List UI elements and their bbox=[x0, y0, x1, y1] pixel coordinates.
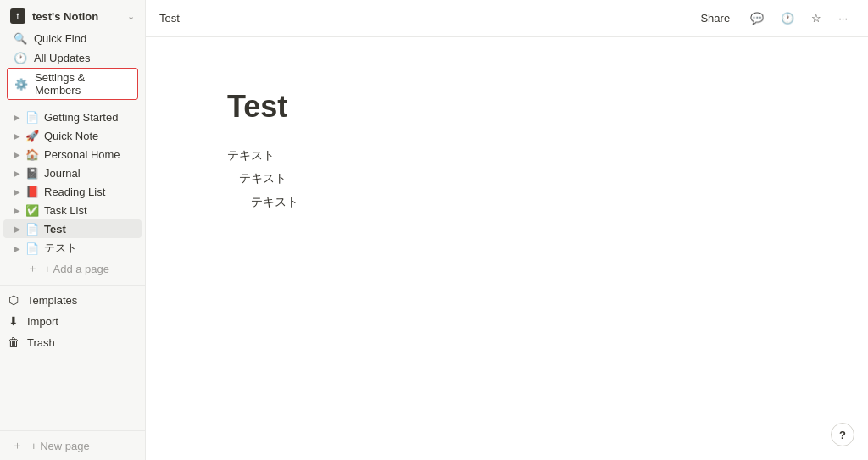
nav-item-label: Getting Started bbox=[44, 111, 135, 124]
clock-icon: 🕐 bbox=[14, 51, 27, 64]
page-icon: 📄 bbox=[25, 223, 39, 236]
sidebar-item-templates[interactable]: ⬡ Templates bbox=[0, 290, 145, 310]
sidebar-nav: ▶ 📄 Getting Started ▶ 🚀 Quick Note ▶ 🏠 P… bbox=[0, 104, 145, 430]
topbar-actions: Share 💬 🕐 ☆ ··· bbox=[690, 8, 854, 28]
sidebar-item-task-list[interactable]: ▶ ✅ Task List bbox=[3, 201, 142, 219]
sidebar-item-label: All Updates bbox=[34, 52, 90, 64]
chevron-right-icon: ▶ bbox=[10, 110, 24, 124]
workspace-name: test's Notion bbox=[32, 10, 127, 23]
text-line-2: テキスト bbox=[227, 168, 787, 189]
main-content: Test Share 💬 🕐 ☆ ··· Test テキスト テキスト テキスト bbox=[146, 0, 868, 460]
sidebar-item-import[interactable]: ⬇ Import bbox=[0, 311, 145, 331]
sidebar-item-quick-note[interactable]: ▶ 🚀 Quick Note bbox=[3, 126, 142, 145]
workspace-icon: t bbox=[10, 8, 25, 24]
sidebar-item-test-jp[interactable]: ▶ 📄 テスト bbox=[3, 238, 142, 258]
sidebar-item-all-updates[interactable]: 🕐 All Updates bbox=[7, 48, 138, 67]
star-icon: ☆ bbox=[811, 12, 821, 25]
chevron-right-icon: ▶ bbox=[10, 129, 24, 142]
help-button[interactable]: ? bbox=[831, 423, 854, 446]
nav-item-label: Task List bbox=[44, 204, 135, 217]
new-page-label: + New page bbox=[31, 440, 90, 452]
comment-icon: 💬 bbox=[750, 12, 764, 25]
sidebar-item-quick-find[interactable]: 🔍 Quick Find bbox=[7, 29, 138, 47]
chevron-right-icon: ▶ bbox=[10, 147, 24, 161]
page-content: Test テキスト テキスト テキスト bbox=[146, 37, 868, 460]
topbar: Test Share 💬 🕐 ☆ ··· bbox=[146, 0, 868, 37]
sidebar-item-label: Settings & Members bbox=[35, 71, 131, 97]
templates-icon: ⬡ bbox=[7, 293, 20, 307]
chevron-right-icon: ▶ bbox=[10, 203, 24, 217]
nav-item-label: Personal Home bbox=[44, 148, 135, 161]
sidebar-item-reading-list[interactable]: ▶ 📕 Reading List bbox=[3, 182, 142, 201]
import-icon: ⬇ bbox=[7, 314, 20, 328]
sidebar-item-label: Templates bbox=[27, 294, 77, 307]
page-icon: 📄 bbox=[25, 111, 39, 124]
nav-item-label: Quick Note bbox=[44, 130, 135, 142]
page-icon: 📕 bbox=[25, 186, 39, 198]
gear-icon: ⚙️ bbox=[14, 77, 28, 91]
chevron-right-icon: ▶ bbox=[10, 185, 24, 198]
chevron-down-icon: ⌄ bbox=[127, 11, 135, 22]
sidebar-item-journal[interactable]: ▶ 📓 Journal bbox=[3, 163, 142, 182]
comment-button[interactable]: 💬 bbox=[743, 8, 771, 28]
document-body: テキスト テキスト テキスト bbox=[227, 145, 787, 213]
document-title: Test bbox=[227, 88, 787, 125]
chevron-right-icon: ▶ bbox=[10, 166, 24, 180]
nav-item-label: Reading List bbox=[44, 186, 135, 198]
clock-icon: 🕐 bbox=[781, 12, 794, 25]
sidebar-item-settings-members[interactable]: ⚙️ Settings & Members bbox=[7, 68, 138, 100]
nav-item-label: テスト bbox=[44, 241, 135, 256]
add-page-item[interactable]: ＋ + Add a page bbox=[3, 258, 142, 279]
add-page-label: + Add a page bbox=[44, 263, 135, 275]
search-icon: 🔍 bbox=[14, 31, 27, 45]
plus-icon: ＋ bbox=[10, 439, 24, 452]
history-button[interactable]: 🕐 bbox=[774, 8, 801, 28]
page-icon: 📄 bbox=[25, 242, 39, 255]
sidebar-item-trash[interactable]: 🗑 Trash bbox=[0, 332, 145, 352]
trash-icon: 🗑 bbox=[7, 335, 20, 349]
sidebar-item-label: Trash bbox=[27, 336, 55, 349]
favorite-button[interactable]: ☆ bbox=[804, 8, 828, 28]
page-icon: 📓 bbox=[25, 167, 39, 180]
page-icon: 🏠 bbox=[25, 148, 39, 161]
spacer bbox=[10, 262, 24, 275]
plus-icon: ＋ bbox=[25, 261, 39, 276]
sidebar-item-label: Quick Find bbox=[34, 32, 86, 45]
more-button[interactable]: ··· bbox=[832, 8, 854, 28]
nav-item-label: Test bbox=[44, 223, 135, 236]
more-icon: ··· bbox=[838, 12, 848, 25]
sidebar-item-label: Import bbox=[27, 315, 58, 328]
sidebar-item-getting-started[interactable]: ▶ 📄 Getting Started bbox=[3, 108, 142, 126]
page-icon: 🚀 bbox=[25, 130, 39, 142]
chevron-right-icon: ▶ bbox=[10, 241, 24, 255]
chevron-right-icon: ▶ bbox=[10, 222, 24, 236]
text-line-1: テキスト bbox=[227, 145, 787, 166]
nav-item-label: Journal bbox=[44, 167, 135, 180]
page-icon: ✅ bbox=[25, 204, 39, 217]
workspace-header[interactable]: t test's Notion ⌄ bbox=[3, 5, 142, 27]
sidebar-item-test[interactable]: ▶ 📄 Test bbox=[3, 219, 142, 238]
text-line-3: テキスト bbox=[227, 191, 787, 213]
share-button[interactable]: Share bbox=[690, 8, 740, 28]
new-page-button[interactable]: ＋ + New page bbox=[3, 435, 142, 456]
sidebar-item-personal-home[interactable]: ▶ 🏠 Personal Home bbox=[3, 145, 142, 163]
sidebar: t test's Notion ⌄ 🔍 Quick Find 🕐 All Upd… bbox=[0, 0, 146, 460]
topbar-page-title: Test bbox=[159, 12, 180, 25]
